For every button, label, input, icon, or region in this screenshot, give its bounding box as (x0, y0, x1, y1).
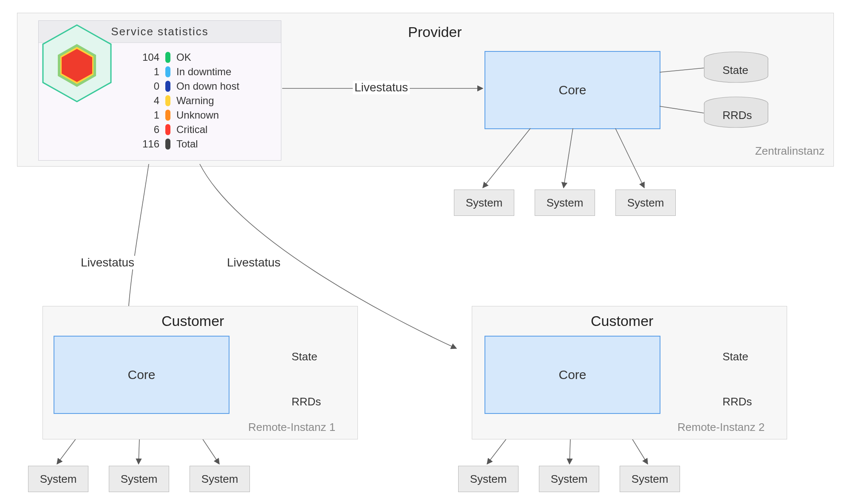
customer2-db-state-label: State (722, 350, 748, 363)
provider-db-rrds-label: RRDs (722, 109, 752, 122)
customer1-title: Customer (162, 313, 224, 329)
customer2-core-label: Core (558, 368, 586, 382)
provider-system-2: System (535, 190, 595, 216)
livestatus-customer2-label: Livestatus (225, 256, 282, 269)
customer1-db-rrds-label: RRDs (292, 395, 321, 408)
livestatus-customer1-label: Livestatus (79, 256, 136, 269)
customer1-core: Core (54, 336, 230, 414)
customer1-core-label: Core (128, 368, 155, 382)
livestatus-provider-label: Livestatus (353, 81, 410, 94)
customer2-system-2: System (539, 466, 599, 492)
customer1-system-3: System (190, 466, 250, 492)
customer2-db-rrds-label: RRDs (722, 395, 752, 408)
customer1-system-1: System (28, 466, 88, 492)
customer2-core: Core (484, 336, 660, 414)
provider-system-3: System (615, 190, 676, 216)
customer2-system-3: System (620, 466, 680, 492)
customer2-system-1: System (458, 466, 518, 492)
customer2-footer: Remote-Instanz 2 (677, 421, 765, 434)
provider-db-state-label: State (722, 64, 748, 77)
provider-system-1: System (454, 190, 514, 216)
customer1-db-state-label: State (292, 350, 317, 363)
customer2-title: Customer (591, 313, 653, 329)
customer1-footer: Remote-Instanz 1 (248, 421, 335, 434)
customer1-system-2: System (109, 466, 169, 492)
